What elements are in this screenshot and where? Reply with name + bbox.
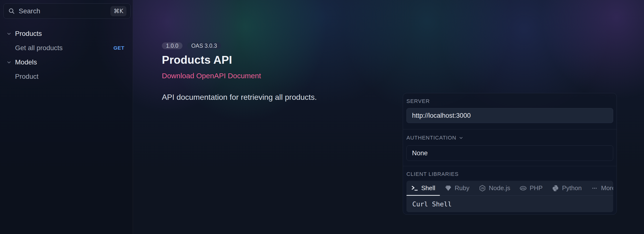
- search-placeholder: Search: [19, 7, 40, 15]
- tab-more[interactable]: More: [586, 181, 613, 196]
- authentication-section: AUTHENTICATION None: [403, 129, 616, 166]
- auth-scheme-value: None: [412, 149, 428, 157]
- server-url-select[interactable]: http://localhost:3000: [406, 108, 613, 123]
- sidebar-group-label: Models: [15, 58, 37, 66]
- tab-shell[interactable]: Shell: [406, 181, 440, 196]
- oas-version-badge: OAS 3.0.3: [187, 42, 221, 49]
- svg-text:JS: JS: [481, 187, 484, 190]
- tab-nodejs[interactable]: JS Node.js: [474, 181, 515, 196]
- server-url-value: http://localhost:3000: [412, 112, 471, 119]
- terminal-icon: [411, 185, 418, 192]
- sidebar-group-models[interactable]: Models: [0, 57, 133, 67]
- sidebar: Search ⌘K Products Get all products GET: [0, 0, 133, 234]
- tab-label: More: [601, 184, 613, 192]
- code-snippet-text: Curl Shell: [412, 200, 452, 208]
- code-snippet-area[interactable]: Curl Shell: [406, 196, 613, 212]
- authentication-header[interactable]: AUTHENTICATION: [406, 135, 613, 140]
- client-libraries-section: CLIENT LIBRARIES Shell: [403, 166, 616, 214]
- tab-php[interactable]: php PHP: [515, 181, 547, 196]
- http-method-badge: GET: [113, 45, 124, 51]
- search-shortcut-badge: ⌘K: [110, 6, 126, 16]
- chevron-down-icon: [458, 135, 464, 140]
- nodejs-icon: JS: [479, 185, 486, 192]
- auth-scheme-select[interactable]: None: [406, 145, 613, 161]
- tab-label: PHP: [530, 184, 542, 192]
- tab-label: Shell: [421, 184, 435, 192]
- python-icon: [552, 185, 559, 192]
- tab-label: Ruby: [455, 184, 470, 192]
- authentication-label: AUTHENTICATION: [406, 135, 456, 140]
- tab-ruby[interactable]: Ruby: [440, 181, 474, 196]
- client-library-tabs: Shell Ruby: [406, 181, 613, 196]
- api-description: API documentation for retrieving all pro…: [162, 93, 390, 101]
- php-icon: php: [520, 185, 527, 192]
- sidebar-item-label: Get all products: [15, 44, 62, 52]
- tab-label: Node.js: [489, 184, 510, 192]
- badge-row: 1.0.0 OAS 3.0.3: [162, 42, 390, 49]
- sidebar-item-get-all-products[interactable]: Get all products GET: [0, 43, 133, 53]
- download-openapi-link[interactable]: Download OpenAPI Document: [162, 72, 261, 79]
- tab-python[interactable]: Python: [547, 181, 586, 196]
- ruby-icon: [444, 185, 452, 192]
- main-content: 1.0.0 OAS 3.0.3 Products API Download Op…: [162, 42, 390, 101]
- svg-text:php: php: [521, 187, 525, 189]
- sidebar-group-label: Products: [15, 30, 42, 38]
- client-libraries-box: Shell Ruby: [406, 181, 613, 212]
- api-reference-page: Search ⌘K Products Get all products GET: [0, 0, 644, 234]
- sidebar-item-label: Product: [15, 73, 38, 80]
- version-badge: 1.0.0: [162, 42, 182, 49]
- server-section: SERVER http://localhost:3000: [403, 93, 616, 129]
- page-title: Products API: [162, 54, 390, 66]
- chevron-down-icon: [6, 31, 12, 36]
- sidebar-nav: Products Get all products GET Models Pro…: [0, 29, 133, 82]
- tab-label: Python: [562, 184, 582, 192]
- search-icon: [8, 7, 15, 15]
- sidebar-item-product[interactable]: Product: [0, 71, 133, 82]
- server-label: SERVER: [406, 99, 613, 104]
- search-input[interactable]: Search ⌘K: [4, 3, 130, 19]
- api-client-panel: SERVER http://localhost:3000 AUTHENTICAT…: [403, 93, 617, 215]
- chevron-down-icon: [6, 60, 12, 65]
- client-libraries-label: CLIENT LIBRARIES: [406, 171, 613, 177]
- sidebar-group-products[interactable]: Products: [0, 29, 133, 39]
- ellipsis-icon: [591, 185, 598, 192]
